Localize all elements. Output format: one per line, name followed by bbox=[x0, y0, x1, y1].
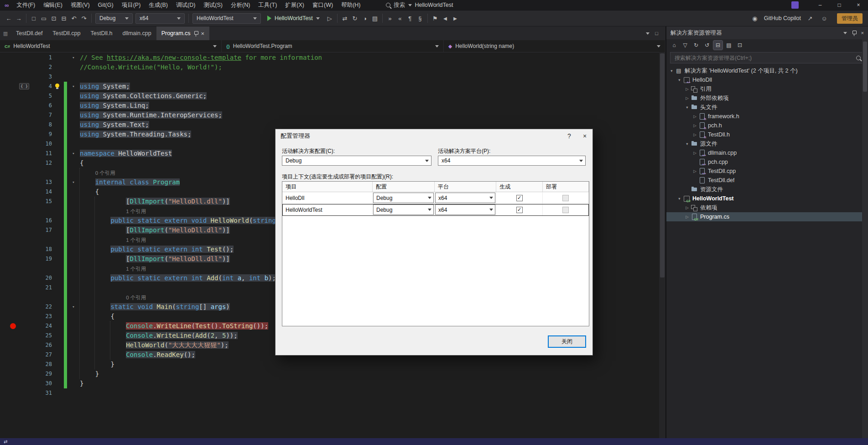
dropdown-arrow-button[interactable] bbox=[488, 205, 495, 215]
column-header-生成[interactable]: 生成 bbox=[496, 182, 543, 192]
collapsed-arrow-icon[interactable]: ▷ bbox=[691, 114, 698, 119]
menubar-item[interactable]: 分析(N) bbox=[227, 0, 254, 10]
tab-TestDll.h[interactable]: TestDll.h bbox=[86, 26, 118, 40]
tree-item-HelloWorldTest[interactable]: ▾C#HelloWorldTest bbox=[666, 194, 868, 203]
breadcrumb-segment[interactable]: C#HelloWorldTest bbox=[0, 40, 222, 52]
code-text[interactable]: using System.Linq; bbox=[79, 101, 659, 110]
dropdown-arrow-button[interactable] bbox=[577, 156, 585, 165]
collapsed-arrow-icon[interactable]: ▷ bbox=[691, 151, 698, 155]
fold-margin[interactable]: ▾ bbox=[68, 53, 79, 63]
code-text[interactable]: //Console.WriteLine("Hello, World!"); bbox=[79, 63, 659, 72]
lightbulb-icon[interactable] bbox=[55, 84, 59, 88]
output-icon[interactable]: ▤ bbox=[370, 13, 380, 23]
solution-explorer-header[interactable]: 解决方案资源管理器 × bbox=[666, 26, 868, 39]
refresh-icon[interactable]: ↺ bbox=[702, 41, 712, 50]
solution-configuration-dropdown[interactable]: Debug bbox=[95, 13, 133, 24]
collapse-all-icon[interactable]: ⊟ bbox=[713, 41, 722, 50]
tree-item-Program.cs[interactable]: ▷C#Program.cs bbox=[666, 212, 868, 221]
document-well-icon[interactable]: ▥ bbox=[0, 26, 11, 40]
solution-search-input[interactable] bbox=[674, 54, 856, 62]
attach-icon[interactable]: ⇄ bbox=[340, 13, 350, 23]
sync-icon[interactable]: ↻ bbox=[691, 41, 701, 50]
configuration-dropdown[interactable]: Debug bbox=[373, 204, 434, 215]
save-all-icon[interactable]: ⊟ bbox=[59, 13, 69, 23]
tree-item-TestDll.cpp[interactable]: ▷++TestDll.cpp bbox=[666, 167, 868, 176]
expanded-arrow-icon[interactable]: ▾ bbox=[684, 105, 691, 110]
undo-icon[interactable]: ↶ bbox=[69, 13, 79, 23]
expanded-arrow-icon[interactable]: ▾ bbox=[668, 68, 675, 73]
code-text[interactable]: // See https://aka.ms/new-console-templa… bbox=[79, 53, 659, 63]
tree-item-dllmain.cpp[interactable]: ▷++dllmain.cpp bbox=[666, 148, 868, 157]
user-avatar[interactable] bbox=[791, 1, 799, 9]
code-text[interactable]: } bbox=[79, 379, 659, 388]
breadcrumb-segment[interactable]: ◆HelloWorld(string name) bbox=[444, 40, 665, 52]
tree-item--[interactable]: 资源文件 bbox=[666, 185, 868, 194]
tree-item--[interactable]: ▾头文件 bbox=[666, 103, 868, 112]
code-text[interactable]: using System.Runtime.InteropServices; bbox=[79, 110, 659, 120]
column-header-项目[interactable]: 项目 bbox=[282, 182, 373, 192]
tree-item-HelloDll[interactable]: ▾++HelloDll bbox=[666, 75, 868, 84]
next-bookmark-icon[interactable]: ► bbox=[450, 13, 460, 23]
code-text[interactable]: using System.Text; bbox=[79, 120, 659, 130]
menubar-item[interactable]: 扩展(X) bbox=[281, 0, 308, 10]
options-icon[interactable]: § bbox=[415, 13, 425, 23]
panel-vertical-scrollbar[interactable] bbox=[862, 39, 868, 438]
codelens-references[interactable]: 0 个引用 bbox=[126, 295, 146, 300]
dropdown-arrow-button[interactable] bbox=[426, 205, 433, 215]
save-icon[interactable]: ⊡ bbox=[49, 13, 59, 23]
tree-item--[interactable]: ▾源文件 bbox=[666, 139, 868, 148]
expanded-arrow-icon[interactable]: ▾ bbox=[676, 196, 683, 201]
column-header-平台[interactable]: 平台 bbox=[435, 182, 496, 192]
solution-search-box[interactable] bbox=[670, 52, 864, 63]
menubar-item[interactable]: 测试(S) bbox=[199, 0, 227, 10]
window-position-icon[interactable] bbox=[843, 32, 847, 34]
platform-dropdown[interactable]: x64 bbox=[435, 204, 495, 215]
collapsed-arrow-icon[interactable]: ▷ bbox=[691, 132, 698, 137]
tab-TestDll.cpp[interactable]: TestDll.cpp bbox=[47, 26, 85, 40]
minimize-button[interactable]: – bbox=[811, 0, 830, 10]
codelens-references[interactable]: 0 个引用 bbox=[95, 170, 115, 176]
pin-panel-icon[interactable] bbox=[852, 30, 856, 36]
open-external-icon[interactable]: ↗ bbox=[805, 13, 815, 23]
outdent-icon[interactable]: « bbox=[395, 13, 405, 23]
background-tasks-icon[interactable]: ⇄ bbox=[4, 439, 7, 444]
dialog-title-bar[interactable]: 配置管理器 ? × bbox=[275, 129, 593, 143]
breadcrumb-segment[interactable]: {}HelloWorldTest.Program bbox=[222, 40, 443, 52]
title-search[interactable]: 搜索 bbox=[382, 0, 416, 10]
tree-item--[interactable]: ▷外部依赖项 bbox=[666, 94, 868, 103]
indent-icon[interactable]: » bbox=[385, 13, 395, 23]
collapsed-arrow-icon[interactable]: ▷ bbox=[691, 123, 698, 128]
pin-tab-icon[interactable] bbox=[194, 31, 198, 37]
open-file-icon[interactable]: ▭ bbox=[39, 13, 49, 23]
tab-dllmain.cpp[interactable]: dllmain.cpp bbox=[117, 26, 156, 40]
expanded-arrow-icon[interactable]: ▾ bbox=[676, 78, 683, 82]
active-platform-dropdown[interactable]: x64 bbox=[438, 156, 586, 166]
float-window-icon[interactable]: □ bbox=[655, 31, 658, 36]
comment-icon[interactable]: ¶ bbox=[405, 13, 415, 23]
dropdown-arrow-button[interactable] bbox=[426, 193, 433, 203]
tree-item-pch.cpp[interactable]: ++pch.cpp bbox=[666, 157, 868, 167]
home-icon[interactable]: ⌂ bbox=[670, 41, 679, 50]
profiler-icon[interactable]: ◑ bbox=[360, 13, 370, 23]
tree-item-TestDll.h[interactable]: ▷hTestDll.h bbox=[666, 130, 868, 139]
collapsed-arrow-icon[interactable]: ▷ bbox=[691, 169, 698, 173]
build-checkbox[interactable]: ✓ bbox=[516, 195, 523, 201]
expanded-arrow-icon[interactable]: ▾ bbox=[684, 141, 691, 146]
filter-icon[interactable]: ▽ bbox=[681, 41, 690, 50]
tree-item-framework.h[interactable]: ▷hframework.h bbox=[666, 112, 868, 121]
collapsed-arrow-icon[interactable]: ▷ bbox=[684, 215, 691, 219]
copilot-label[interactable]: GitHub Copilot bbox=[764, 15, 801, 21]
solution-platform-dropdown[interactable]: x64 bbox=[135, 13, 185, 24]
dropdown-arrow-button[interactable] bbox=[423, 156, 431, 165]
collapsed-arrow-icon[interactable]: ▷ bbox=[684, 96, 691, 100]
menubar-item[interactable]: 窗口(W) bbox=[308, 0, 337, 10]
fold-margin[interactable]: ▾ bbox=[68, 149, 79, 158]
column-header-部署[interactable]: 部署 bbox=[543, 182, 589, 192]
collapsed-arrow-icon[interactable]: ▷ bbox=[684, 87, 691, 91]
redo-icon[interactable]: ↷ bbox=[79, 13, 89, 23]
platform-dropdown[interactable]: x64 bbox=[435, 193, 495, 203]
start-no-debug-icon[interactable]: ▷ bbox=[325, 13, 335, 23]
menubar-item[interactable]: Git(G) bbox=[94, 0, 118, 10]
tree-item--HelloWorldTest-2-2-[interactable]: ▾▤解决方案 'HelloWorldTest' (2 个项目, 共 2 个) bbox=[666, 66, 868, 75]
dialog-close-button[interactable]: 关闭 bbox=[548, 335, 586, 348]
